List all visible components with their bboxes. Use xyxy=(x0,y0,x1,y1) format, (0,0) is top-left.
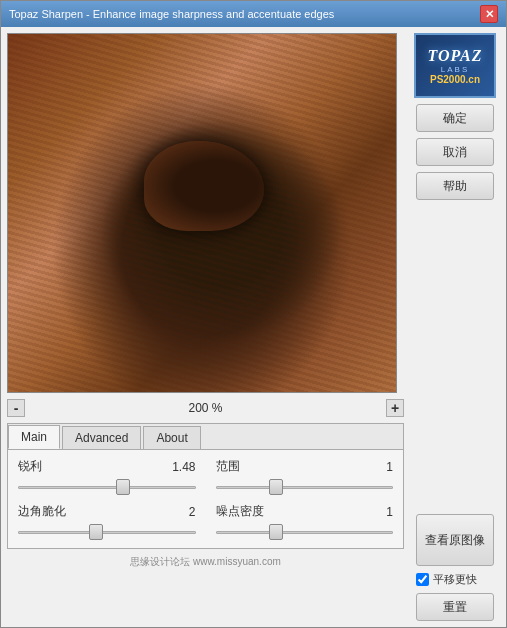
noise-density-thumb[interactable] xyxy=(269,524,283,540)
zoom-bar: - 200 % + xyxy=(7,397,404,419)
range-track xyxy=(216,486,394,489)
right-panel: TOPAZ LABS PS2000.cn 确定 取消 帮助 查看原图像 平移更快… xyxy=(410,33,500,621)
preview-image xyxy=(8,34,396,392)
logo-area: TOPAZ LABS PS2000.cn xyxy=(414,33,496,98)
tab-headers: Main Advanced About xyxy=(8,424,403,450)
logo-ps: PS2000.cn xyxy=(430,74,480,85)
edge-blur-value: 2 xyxy=(189,505,196,519)
close-button[interactable]: ✕ xyxy=(480,5,498,23)
edge-blur-control: 边角脆化 2 xyxy=(18,503,196,540)
noise-density-value: 1 xyxy=(386,505,393,519)
range-thumb[interactable] xyxy=(269,479,283,495)
sharpness-label: 锐利 xyxy=(18,458,42,475)
range-label: 范围 xyxy=(216,458,240,475)
tab-about[interactable]: About xyxy=(143,426,200,449)
tab-main[interactable]: Main xyxy=(8,425,60,449)
tabs-panel: Main Advanced About 锐利 1.48 xyxy=(7,423,404,549)
left-panel: - 200 % + Main Advanced About 锐利 xyxy=(7,33,404,621)
noise-density-label: 噪点密度 xyxy=(216,503,264,520)
sharpness-thumb[interactable] xyxy=(116,479,130,495)
zoom-out-button[interactable]: - xyxy=(7,399,25,417)
noise-density-track xyxy=(216,531,394,534)
tab-advanced[interactable]: Advanced xyxy=(62,426,141,449)
preview-area xyxy=(7,33,397,393)
main-content: - 200 % + Main Advanced About 锐利 xyxy=(1,27,506,627)
range-slider[interactable] xyxy=(216,479,394,495)
edge-blur-label: 边角脆化 xyxy=(18,503,66,520)
range-control: 范围 1 xyxy=(216,458,394,495)
edge-blur-slider[interactable] xyxy=(18,524,196,540)
smooth-fast-row: 平移更快 xyxy=(416,572,494,587)
watermark: 思缘设计论坛 www.missyuan.com xyxy=(7,553,404,571)
help-button[interactable]: 帮助 xyxy=(416,172,494,200)
cancel-button[interactable]: 取消 xyxy=(416,138,494,166)
edge-blur-track xyxy=(18,531,196,534)
controls-grid: 锐利 1.48 范围 xyxy=(18,458,393,540)
smooth-fast-label: 平移更快 xyxy=(433,572,477,587)
zoom-level: 200 % xyxy=(29,401,382,415)
logo-topaz: TOPAZ xyxy=(427,47,482,65)
main-window: Topaz Sharpen - Enhance image sharpness … xyxy=(0,0,507,628)
edge-blur-thumb[interactable] xyxy=(89,524,103,540)
confirm-button[interactable]: 确定 xyxy=(416,104,494,132)
smooth-fast-checkbox[interactable] xyxy=(416,573,429,586)
range-value: 1 xyxy=(386,460,393,474)
sharpness-value: 1.48 xyxy=(172,460,195,474)
noise-density-slider[interactable] xyxy=(216,524,394,540)
noise-density-control: 噪点密度 1 xyxy=(216,503,394,540)
sharpness-track xyxy=(18,486,196,489)
title-bar: Topaz Sharpen - Enhance image sharpness … xyxy=(1,1,506,27)
view-original-button[interactable]: 查看原图像 xyxy=(416,514,494,566)
reset-button[interactable]: 重置 xyxy=(416,593,494,621)
sharpness-control: 锐利 1.48 xyxy=(18,458,196,495)
zoom-in-button[interactable]: + xyxy=(386,399,404,417)
sharpness-slider[interactable] xyxy=(18,479,196,495)
logo-labs: LABS xyxy=(441,65,469,74)
window-title: Topaz Sharpen - Enhance image sharpness … xyxy=(9,8,480,20)
tab-content-main: 锐利 1.48 范围 xyxy=(8,450,403,548)
